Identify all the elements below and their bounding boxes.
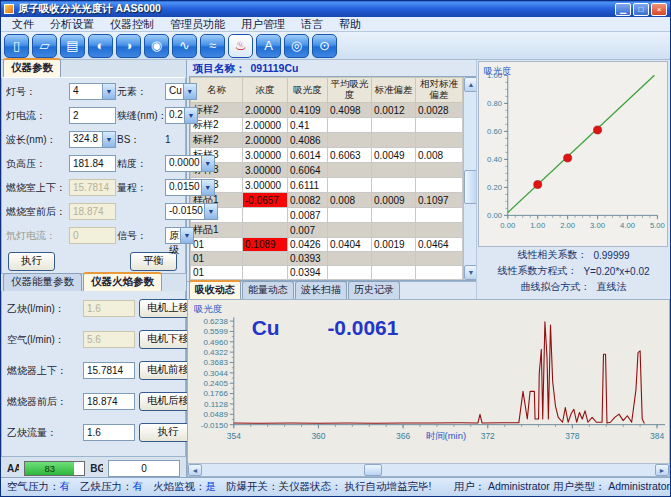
table-cell[interactable] — [328, 178, 372, 193]
table-cell[interactable]: 0.0393 — [288, 252, 328, 266]
table-cell[interactable]: 0.008 — [416, 148, 463, 163]
table-cell[interactable]: 0.6014 — [288, 148, 328, 163]
col-header-absorbance[interactable]: 吸光度 — [288, 78, 328, 103]
menu-item-language[interactable]: 语言 — [294, 17, 330, 32]
table-cell[interactable]: 0.6111 — [288, 178, 328, 193]
toolbar-peak-scan-button[interactable]: ∿ — [172, 34, 197, 58]
table-cell[interactable] — [416, 266, 463, 280]
table-row[interactable]: 标样22.000000.4086 — [191, 133, 463, 148]
tab-flame-params[interactable]: 仪器火焰参数 — [83, 272, 162, 291]
table-cell[interactable]: 2.00000 — [243, 133, 288, 148]
toolbar-wavelength-button[interactable]: A — [256, 34, 281, 58]
table-cell[interactable] — [243, 266, 288, 280]
precision-select[interactable]: 0.0000▼ — [165, 155, 215, 172]
table-row[interactable]: 标样33.000000.6111 — [191, 178, 463, 193]
toolbar-meter2-button[interactable]: ◑ — [116, 34, 141, 58]
table-cell[interactable] — [372, 118, 416, 133]
table-cell[interactable]: 0.0009 — [372, 193, 416, 208]
table-cell[interactable] — [328, 223, 372, 238]
col-header-stddev[interactable]: 标准偏差 — [372, 78, 416, 103]
toolbar-lamp-button[interactable]: ◎ — [284, 34, 309, 58]
table-cell[interactable]: 0.0426 — [288, 238, 328, 252]
bg-value-field[interactable] — [108, 460, 180, 477]
slit-select[interactable]: 0.2▼ — [165, 107, 198, 124]
table-cell[interactable] — [372, 178, 416, 193]
table-row[interactable]: 标样22.000000.41 — [191, 118, 463, 133]
table-cell[interactable] — [416, 163, 463, 178]
menu-item-instrument-control[interactable]: 仪器控制 — [103, 17, 161, 32]
table-row[interactable]: 010.10890.04260.04040.00190.0464 — [191, 238, 463, 252]
table-row[interactable]: 标样22.000000.41090.40980.00120.0028 — [191, 103, 463, 118]
signal-select[interactable]: 原级▼ — [165, 227, 194, 244]
element-select[interactable]: Cu▼ — [165, 83, 197, 100]
tab-instrument-params[interactable]: 仪器参数 — [3, 58, 61, 77]
toolbar-meter100-button[interactable]: ◉ — [144, 34, 169, 58]
execute-button[interactable]: 执行 — [8, 252, 55, 271]
table-cell[interactable]: 0.0464 — [416, 238, 463, 252]
table-cell[interactable]: 0.008 — [328, 193, 372, 208]
table-row[interactable]: 样品10.0087 — [191, 208, 463, 223]
table-row[interactable]: 样品1-0.06570.00820.0080.00090.1097 — [191, 193, 463, 208]
table-cell[interactable]: 标样2 — [191, 103, 243, 118]
menu-item-analysis-settings[interactable]: 分析设置 — [43, 17, 101, 32]
col-header-concentration[interactable]: 浓度 — [243, 78, 288, 103]
table-cell[interactable]: 3.00000 — [243, 163, 288, 178]
toolbar-flame-button[interactable]: ♨ — [228, 34, 253, 58]
table-cell[interactable] — [416, 223, 463, 238]
tab-wavelength-scan[interactable]: 波长扫描 — [295, 281, 347, 299]
title-bar[interactable]: 原子吸收分光光度计 AAS6000 ▁ □ × — [1, 1, 670, 17]
range-select[interactable]: 0.0150▼ — [165, 179, 215, 196]
table-cell[interactable] — [372, 208, 416, 223]
scroll-right-icon[interactable]: ► — [655, 464, 669, 476]
table-cell[interactable] — [328, 163, 372, 178]
toolbar-burner-button[interactable]: ≈ — [200, 34, 225, 58]
table-cell[interactable]: -0.0657 — [243, 193, 288, 208]
wavelength-select[interactable]: 324.8▼ — [69, 131, 116, 148]
table-cell[interactable] — [416, 133, 463, 148]
close-button[interactable]: × — [651, 3, 667, 16]
col-header-avg-absorbance[interactable]: 平均吸光度 — [328, 78, 372, 103]
table-cell[interactable]: 0.6063 — [328, 148, 372, 163]
lamp-no-select[interactable]: 4▼ — [69, 83, 116, 100]
tab-absorption-dynamics[interactable]: 吸收动态 — [189, 280, 241, 299]
burner-updown-field[interactable] — [83, 362, 135, 379]
table-cell[interactable] — [243, 223, 288, 238]
table-cell[interactable] — [372, 223, 416, 238]
lamp-current-field[interactable] — [69, 107, 116, 124]
table-cell[interactable]: 0.0082 — [288, 193, 328, 208]
table-cell[interactable]: 0.6064 — [288, 163, 328, 178]
table-cell[interactable] — [243, 208, 288, 223]
table-row[interactable]: 标样33.000000.60140.60630.00490.008 — [191, 148, 463, 163]
toolbar-power-button[interactable]: ⊙ — [312, 34, 337, 58]
table-row[interactable]: 标样33.000000.6064 — [191, 163, 463, 178]
table-cell[interactable]: 0.4109 — [288, 103, 328, 118]
menu-item-admin-functions[interactable]: 管理员功能 — [163, 17, 232, 32]
table-cell[interactable]: 0.0028 — [416, 103, 463, 118]
table-cell[interactable] — [372, 266, 416, 280]
table-cell[interactable]: 0.1089 — [243, 238, 288, 252]
chart-scrollbar[interactable]: ◄ ► — [188, 463, 669, 476]
maximize-button[interactable]: □ — [633, 3, 649, 16]
table-cell[interactable]: 样品1 — [191, 223, 243, 238]
table-row[interactable]: 样品10.007 — [191, 223, 463, 238]
table-cell[interactable] — [328, 266, 372, 280]
table-cell[interactable]: 01 — [191, 266, 243, 280]
table-cell[interactable] — [372, 252, 416, 266]
tab-energy-dynamics[interactable]: 能量动态 — [242, 281, 294, 299]
table-cell[interactable]: 标样2 — [191, 118, 243, 133]
col-header-rsd[interactable]: 相对标准偏差 — [416, 78, 463, 103]
acetylene-flow-field[interactable] — [83, 424, 135, 441]
neg-hv-field[interactable] — [69, 155, 116, 172]
table-cell[interactable] — [416, 208, 463, 223]
table-cell[interactable]: 0.4098 — [328, 103, 372, 118]
table-cell[interactable]: 0.41 — [288, 118, 328, 133]
table-cell[interactable] — [372, 133, 416, 148]
table-cell[interactable]: 01 — [191, 238, 243, 252]
table-cell[interactable]: 0.4086 — [288, 133, 328, 148]
col-header-name[interactable]: 名称 — [191, 78, 243, 103]
toolbar-save-button[interactable]: ▤ — [60, 34, 85, 58]
table-cell[interactable]: 0.0019 — [372, 238, 416, 252]
table-cell[interactable]: 0.0012 — [372, 103, 416, 118]
table-cell[interactable] — [328, 133, 372, 148]
table-cell[interactable] — [416, 118, 463, 133]
